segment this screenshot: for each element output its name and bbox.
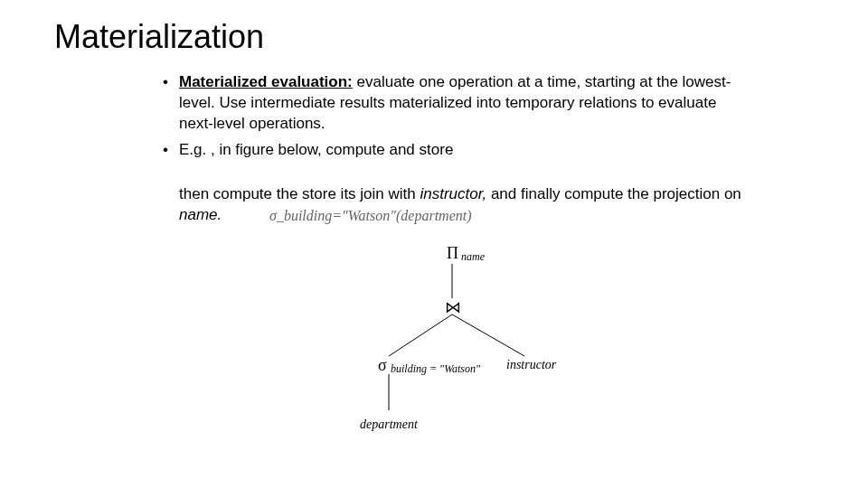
tree-join-op: ⋈: [445, 298, 461, 316]
tree-proj-sub: name: [461, 250, 486, 263]
cont-c: and finally compute the projection on: [486, 185, 741, 202]
inline-formula: σ_building="Watson"(department): [253, 208, 472, 224]
svg-line-1: [389, 314, 452, 356]
tree-sigma-sub: building = "Watson": [391, 362, 481, 375]
content-area: Materialized evaluation: evaluate one op…: [54, 72, 814, 446]
tree-left-leaf: department: [360, 418, 419, 431]
bullet-2: E.g. , in figure below, compute and stor…: [163, 140, 741, 161]
bullet-1: Materialized evaluation: evaluate one op…: [163, 72, 741, 135]
slide: Materialization Materialized evaluation:…: [0, 0, 868, 465]
tree-right-leaf: instructor: [506, 358, 557, 371]
bullet-1-lead: Materialized evaluation:: [179, 73, 353, 90]
expression-tree: Π name ⋈ σ building = "Watson" instructo…: [163, 239, 741, 446]
cont-d: name.: [179, 206, 222, 223]
cont-b: instructor,: [420, 185, 486, 202]
tree-sigma-op: σ: [378, 356, 387, 374]
tree-svg: Π name ⋈ σ building = "Watson" instructo…: [289, 239, 615, 446]
svg-line-2: [452, 314, 524, 356]
tree-proj-op: Π: [447, 244, 458, 262]
cont-a: then compute the store its join with: [179, 185, 420, 202]
slide-title: Materialization: [54, 18, 814, 56]
